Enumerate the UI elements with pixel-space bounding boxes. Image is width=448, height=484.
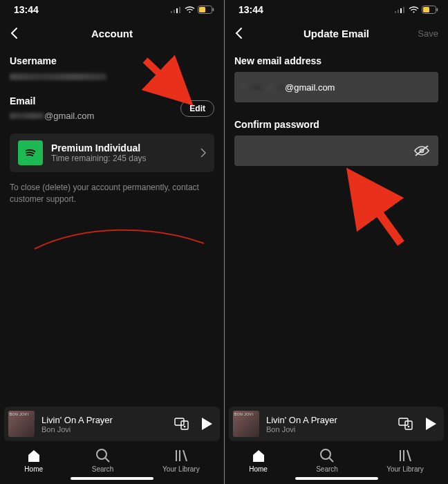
home-indicator xyxy=(71,477,153,480)
back-button[interactable] xyxy=(234,27,243,39)
svg-rect-1 xyxy=(174,10,175,13)
status-time: 13:44 xyxy=(239,4,263,15)
edit-button[interactable]: Edit xyxy=(180,100,214,117)
email-at: @ xyxy=(285,82,294,93)
email-label: Email xyxy=(10,95,94,106)
tab-bar: Home Search Your Library xyxy=(0,444,224,474)
now-playing-bar[interactable]: Livin' On A Prayer Bon Jovi xyxy=(229,407,444,441)
svg-point-32 xyxy=(321,449,330,459)
svg-line-33 xyxy=(330,458,334,463)
now-playing-bar[interactable]: Livin' On A Prayer Bon Jovi xyxy=(4,407,220,441)
battery-icon xyxy=(198,6,214,14)
svg-rect-23 xyxy=(423,7,429,12)
confirm-password-label: Confirm password xyxy=(234,119,438,130)
svg-rect-24 xyxy=(437,8,438,12)
svg-rect-6 xyxy=(213,8,214,12)
tab-home[interactable]: Home xyxy=(24,448,43,473)
plan-name: Premium Individual xyxy=(51,142,147,153)
spotify-logo xyxy=(18,140,43,165)
annotation-arrow xyxy=(339,167,415,250)
album-art xyxy=(8,411,35,437)
svg-line-14 xyxy=(105,458,109,463)
svg-rect-5 xyxy=(199,7,205,12)
svg-rect-3 xyxy=(179,7,180,13)
home-icon xyxy=(251,448,266,463)
username-label: Username xyxy=(10,55,214,66)
search-icon xyxy=(319,448,335,463)
plan-card[interactable]: Premium Individual Time remaining: 245 d… xyxy=(10,133,214,172)
svg-line-36 xyxy=(407,450,411,461)
toggle-visibility-button[interactable] xyxy=(413,144,430,158)
tab-library[interactable]: Your Library xyxy=(162,448,200,473)
svg-line-28 xyxy=(356,181,401,243)
connect-icon[interactable] xyxy=(398,418,413,430)
header: Account xyxy=(0,18,224,48)
tab-search[interactable]: Search xyxy=(92,448,114,473)
track-artist: Bon Jovi xyxy=(41,425,113,434)
play-button[interactable] xyxy=(200,417,213,431)
search-icon xyxy=(95,448,111,463)
plan-sub: Time remaining: 245 days xyxy=(51,153,147,163)
svg-rect-29 xyxy=(399,418,408,425)
tab-library-label: Your Library xyxy=(162,465,200,473)
new-email-value: @gmail.com xyxy=(243,82,335,93)
svg-point-31 xyxy=(408,426,410,428)
svg-line-17 xyxy=(183,450,187,461)
content: New email address @gmail.com Confirm pas… xyxy=(225,48,448,407)
library-icon xyxy=(398,448,413,463)
battery-icon xyxy=(422,6,438,14)
track-title: Livin' On A Prayer xyxy=(41,415,113,425)
signal-icon xyxy=(395,6,406,13)
now-playing-text: Livin' On A Prayer Bon Jovi xyxy=(266,415,337,434)
tab-library[interactable]: Your Library xyxy=(386,448,424,473)
library-icon xyxy=(174,448,189,463)
tab-home[interactable]: Home xyxy=(249,448,268,473)
chevron-left-icon xyxy=(10,27,18,39)
eye-off-icon xyxy=(413,144,430,158)
status-right xyxy=(171,6,214,14)
header: Update Email Save xyxy=(225,18,448,48)
connect-icon[interactable] xyxy=(174,418,189,430)
username-value-redacted xyxy=(10,73,106,80)
email-domain: gmail.com xyxy=(294,82,335,93)
album-art xyxy=(233,411,259,437)
svg-rect-10 xyxy=(175,418,184,425)
save-button[interactable]: Save xyxy=(418,28,438,39)
content: Username Email @gmail.com Edit Premium I… xyxy=(0,48,224,407)
svg-point-12 xyxy=(184,426,186,428)
status-time: 13:44 xyxy=(14,4,39,15)
tab-bar: Home Search Your Library xyxy=(225,444,448,474)
back-button[interactable] xyxy=(10,27,18,39)
new-email-field[interactable]: @gmail.com xyxy=(234,72,438,102)
plan-text: Premium Individual Time remaining: 245 d… xyxy=(51,142,147,163)
wifi-icon xyxy=(409,6,419,14)
screen-account: 13:44 Account Username Email @gmail.com … xyxy=(0,0,224,484)
status-bar: 13:44 xyxy=(225,0,448,18)
track-title: Livin' On A Prayer xyxy=(266,415,337,425)
svg-rect-18 xyxy=(395,11,396,13)
home-indicator xyxy=(295,477,378,480)
chevron-right-icon xyxy=(200,148,206,158)
status-bar: 13:44 xyxy=(0,0,224,18)
page-title: Update Email xyxy=(304,28,369,39)
svg-rect-20 xyxy=(400,8,402,13)
tab-search[interactable]: Search xyxy=(316,448,338,473)
close-account-note: To close (delete) your account permanent… xyxy=(10,182,214,205)
tab-search-label: Search xyxy=(316,465,338,473)
wifi-icon xyxy=(185,6,195,14)
email-prefix-redacted xyxy=(243,84,284,91)
play-button[interactable] xyxy=(424,417,437,431)
status-right xyxy=(395,6,438,14)
email-prefix-redacted xyxy=(10,113,44,119)
confirm-password-field[interactable] xyxy=(234,136,438,166)
signal-icon xyxy=(171,6,182,13)
tab-library-label: Your Library xyxy=(386,465,424,473)
svg-rect-21 xyxy=(403,7,404,13)
track-artist: Bon Jovi xyxy=(266,425,337,434)
home-icon xyxy=(26,448,41,463)
new-email-label: New email address xyxy=(234,55,438,66)
page-title: Account xyxy=(91,28,133,39)
svg-line-26 xyxy=(416,146,428,156)
svg-rect-19 xyxy=(398,10,399,13)
svg-rect-2 xyxy=(176,8,178,13)
